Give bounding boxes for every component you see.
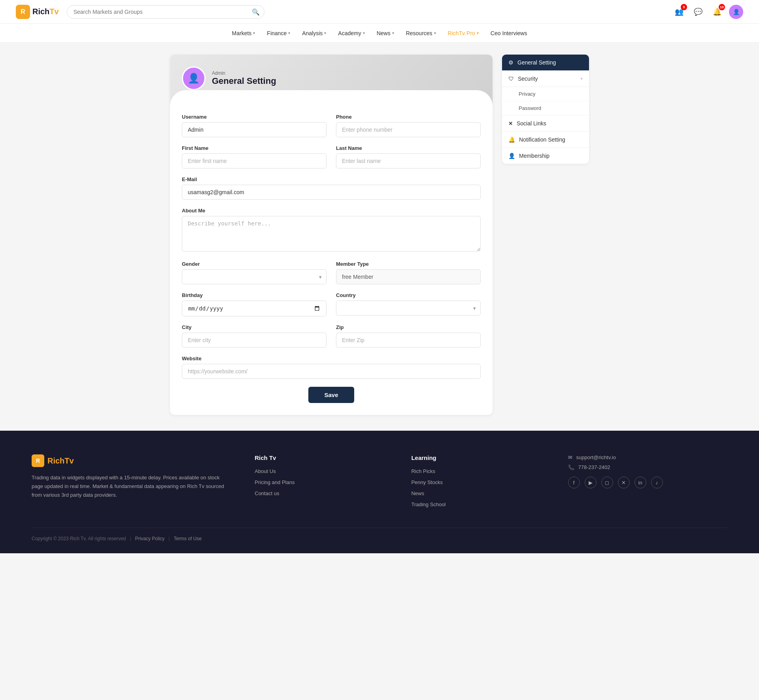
phone-label: Phone (336, 114, 481, 120)
terms-of-use-link[interactable]: Terms of Use (174, 536, 202, 541)
footer-col2-title: Learning (411, 454, 544, 461)
logo-text: RichTv (32, 7, 59, 16)
nav-finance[interactable]: Finance▾ (267, 30, 290, 36)
footer-col2-links: Rich Picks Penny Stocks News Trading Sch… (411, 467, 544, 508)
zip-label: Zip (336, 324, 481, 330)
sidebar-item-security[interactable]: 🛡 Security ▾ (502, 71, 589, 87)
nav-news[interactable]: News▾ (377, 30, 394, 36)
sidebar-item-notification-setting[interactable]: 🔔 Notification Setting (502, 132, 589, 148)
username-input[interactable] (182, 122, 327, 137)
gender-label: Gender (182, 261, 327, 267)
tiktok-icon[interactable]: ♪ (651, 477, 663, 488)
nav-richtv-pro[interactable]: RichTv Pro▾ (448, 30, 479, 36)
about-us-link[interactable]: About Us (255, 468, 276, 474)
nav-academy[interactable]: Academy▾ (338, 30, 364, 36)
aboutme-textarea[interactable] (182, 216, 481, 252)
chat-icon-button[interactable]: 💬 (691, 5, 705, 19)
footer-col-learning: Learning Rich Picks Penny Stocks News Tr… (411, 454, 544, 512)
analysis-arrow-icon: ▾ (324, 31, 326, 35)
user-icon: 👤 (508, 153, 515, 159)
zip-input[interactable] (336, 333, 481, 348)
page-content: 👤 Admin General Setting Username Phone (162, 55, 597, 415)
sidebar-item-membership[interactable]: 👤 Membership (502, 148, 589, 164)
facebook-icon[interactable]: f (568, 477, 580, 488)
linkedin-icon[interactable]: in (634, 477, 646, 488)
firstname-group: First Name (182, 145, 327, 168)
lastname-group: Last Name (336, 145, 481, 168)
sidebar-notification-label: Notification Setting (519, 136, 583, 143)
country-select[interactable]: United States Canada United Kingdom (336, 301, 481, 316)
academy-arrow-icon: ▾ (363, 31, 365, 35)
birthday-input[interactable] (182, 301, 327, 316)
list-item: Trading School (411, 501, 544, 508)
sidebar-membership-label: Membership (519, 153, 583, 159)
sidebar-general-setting-label: General Setting (517, 59, 583, 66)
x-icon: ✕ (508, 121, 513, 127)
footer-top: R RichTv Trading data in widgets display… (32, 454, 727, 512)
security-chevron-down-icon: ▾ (580, 76, 583, 81)
sidebar-item-social-links[interactable]: ✕ Social Links (502, 115, 589, 132)
city-input[interactable] (182, 333, 327, 348)
twitter-icon[interactable]: ✕ (618, 477, 630, 488)
nav-ceo-interviews[interactable]: Ceo Interviews (491, 30, 527, 36)
username-label: Username (182, 114, 327, 120)
birthday-group: Birthday (182, 292, 327, 316)
footer-logo-icon: R (32, 454, 44, 467)
notification-icon-button[interactable]: 🔔 10 (710, 5, 724, 19)
list-item: Rich Picks (411, 467, 544, 475)
privacy-policy-link[interactable]: Privacy Policy (135, 536, 165, 541)
rich-picks-link[interactable]: Rich Picks (411, 468, 435, 474)
email-input[interactable] (182, 185, 481, 200)
nav-analysis[interactable]: Analysis▾ (302, 30, 326, 36)
membertype-input[interactable] (336, 269, 481, 284)
nav-resources[interactable]: Resources▾ (406, 30, 436, 36)
admin-label: Admin (212, 70, 276, 76)
country-label: Country (336, 292, 481, 298)
gender-group: Gender Male Female Other (182, 261, 327, 284)
people-icon-button[interactable]: 👥 9 (672, 5, 686, 19)
contact-us-link[interactable]: Contact us (255, 490, 279, 496)
email-icon: ✉ (568, 454, 572, 460)
sidebar-item-password[interactable]: Password (502, 101, 589, 115)
header: R RichTv 🔍 👥 9 💬 🔔 10 👤 (0, 0, 759, 24)
footer-brand: R RichTv Trading data in widgets display… (32, 454, 231, 512)
search-input[interactable] (67, 5, 264, 19)
nav-markets[interactable]: Markets▾ (232, 30, 255, 36)
phone-contact: 📞 778-237-2402 (568, 464, 727, 470)
pricing-plans-link[interactable]: Pricing and Plans (255, 479, 295, 485)
settings-form-panel: 👤 Admin General Setting Username Phone (170, 55, 493, 415)
user-avatar[interactable]: 👤 (729, 5, 743, 19)
trading-school-link[interactable]: Trading School (411, 501, 446, 507)
sidebar-card: ⚙ General Setting 🛡 Security ▾ Privacy P… (502, 55, 589, 164)
lastname-input[interactable] (336, 153, 481, 168)
country-select-wrap: United States Canada United Kingdom (336, 301, 481, 316)
logo[interactable]: R RichTv (16, 5, 59, 19)
copyright-text: Copyright © 2023 Rich Tv. All rights res… (32, 536, 126, 541)
footer-contact: ✉ support@richtv.io 📞 778-237-2402 f ▶ ◻… (568, 454, 727, 512)
sidebar-security-label: Security (518, 76, 576, 82)
sidebar-item-general-setting[interactable]: ⚙ General Setting (502, 55, 589, 71)
gender-select[interactable]: Male Female Other (182, 269, 327, 284)
country-group: Country United States Canada United King… (336, 292, 481, 316)
header-icons: 👥 9 💬 🔔 10 👤 (672, 5, 743, 19)
phone-input[interactable] (336, 122, 481, 137)
gender-select-wrap: Male Female Other (182, 269, 327, 284)
penny-stocks-link[interactable]: Penny Stocks (411, 479, 443, 485)
search-bar: 🔍 (67, 5, 264, 19)
news-link[interactable]: News (411, 490, 424, 496)
sidebar-item-privacy[interactable]: Privacy (502, 87, 589, 101)
row-username-phone: Username Phone (182, 114, 481, 137)
instagram-icon[interactable]: ◻ (601, 477, 613, 488)
row-aboutme: About Me (182, 208, 481, 253)
save-button[interactable]: Save (308, 387, 354, 403)
settings-header-background: 👤 Admin General Setting (170, 55, 493, 106)
settings-body: Username Phone First Name Last Name (170, 106, 493, 415)
settings-name-block: Admin General Setting (212, 70, 276, 86)
list-item: Penny Stocks (411, 479, 544, 486)
email-value: support@richtv.io (576, 454, 616, 460)
footer-logo-text: RichTv (47, 456, 74, 465)
firstname-input[interactable] (182, 153, 327, 168)
youtube-icon[interactable]: ▶ (585, 477, 597, 488)
zip-group: Zip (336, 324, 481, 348)
website-input[interactable] (182, 364, 481, 379)
